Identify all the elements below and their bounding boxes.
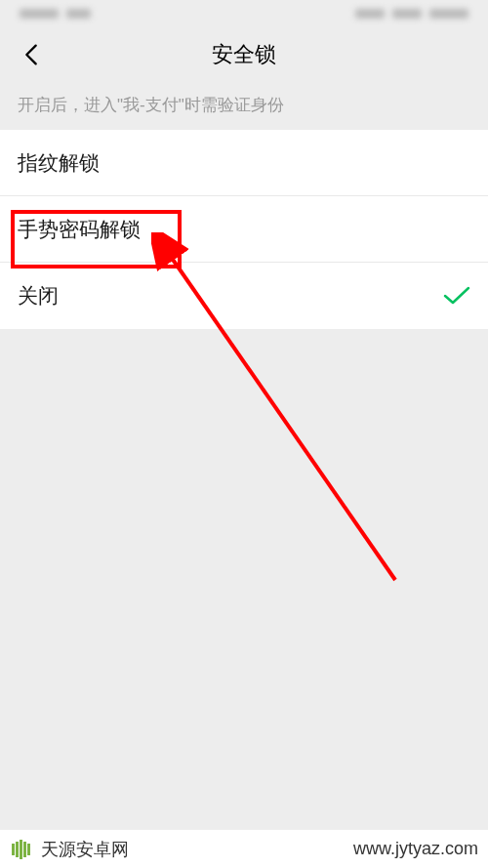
checkmark-icon [443, 282, 470, 310]
back-button[interactable] [12, 35, 51, 74]
option-close[interactable]: 关闭 [0, 263, 488, 329]
svg-rect-2 [12, 844, 15, 855]
svg-rect-4 [20, 840, 22, 859]
svg-rect-6 [27, 844, 30, 855]
status-bar [0, 0, 488, 27]
svg-rect-3 [16, 842, 19, 857]
watermark-site-name: 天源安卓网 [41, 838, 129, 861]
watermark-url: www.jytyaz.com [353, 839, 478, 859]
svg-rect-5 [23, 842, 26, 857]
option-label: 指纹解锁 [18, 149, 470, 177]
options-list: 指纹解锁 手势密码解锁 关闭 [0, 130, 488, 329]
section-description: 开启后，进入"我-支付"时需验证身份 [0, 82, 488, 130]
option-label: 手势密码解锁 [18, 216, 470, 243]
nav-bar: 安全锁 [0, 27, 488, 82]
option-label: 关闭 [18, 282, 443, 310]
option-gesture[interactable]: 手势密码解锁 [0, 196, 488, 263]
page-title: 安全锁 [212, 40, 276, 69]
back-icon [24, 43, 38, 66]
option-fingerprint[interactable]: 指纹解锁 [0, 130, 488, 196]
watermark-footer: 天源安卓网 www.jytyaz.com [0, 829, 488, 868]
watermark-logo-icon [10, 838, 33, 861]
